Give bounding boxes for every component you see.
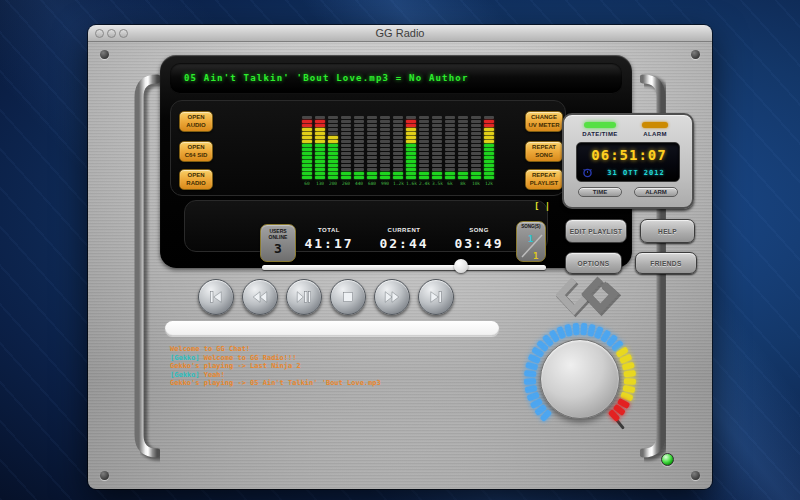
skip-back-icon xyxy=(207,288,225,306)
vu-meter-bar xyxy=(406,115,416,179)
svg-text:1: 1 xyxy=(528,234,533,244)
vu-meter-bar xyxy=(393,115,403,179)
vu-meter-bar xyxy=(328,115,338,179)
seek-slider-track[interactable] xyxy=(262,265,546,270)
rewind-button[interactable] xyxy=(242,279,278,315)
vu-meter-bar xyxy=(380,115,390,179)
repeat-song-button[interactable]: REPEAT SONG xyxy=(525,141,563,162)
screw-icon xyxy=(100,471,109,480)
chat-message: Welcome to GG Chat! xyxy=(170,345,250,353)
help-button[interactable]: HELP xyxy=(640,219,695,243)
vu-meter-bar xyxy=(458,115,468,179)
chat-username: [Gekko] xyxy=(170,354,204,362)
stop-icon xyxy=(339,288,357,306)
vu-meter-frequency-label: 200 xyxy=(328,181,338,186)
open-audio-button[interactable]: OPEN AUDIO xyxy=(179,111,213,132)
vu-meter-bar xyxy=(354,115,364,179)
seek-slider-thumb[interactable] xyxy=(454,259,468,273)
transport-controls xyxy=(198,279,454,315)
chat-message: Gekko's playing -> Last Ninja 2 xyxy=(170,362,301,370)
skip-next-button[interactable] xyxy=(418,279,454,315)
fast-forward-button[interactable] xyxy=(374,279,410,315)
vu-meter-frequency-label: 440 xyxy=(354,181,364,186)
edit-playlist-button[interactable]: EDIT PLAYLIST xyxy=(565,219,627,243)
options-button[interactable]: OPTIONS xyxy=(565,252,622,274)
volume-scale-segment xyxy=(524,370,537,377)
open-radio-button[interactable]: OPEN RADIO xyxy=(179,169,213,190)
clock-time-value: 06:51:07 xyxy=(577,147,681,163)
power-led-icon xyxy=(661,453,674,466)
vu-meter-bar xyxy=(484,115,494,179)
chat-input[interactable] xyxy=(165,321,499,336)
vu-meter-bar xyxy=(302,115,312,179)
stop-button[interactable] xyxy=(330,279,366,315)
fast-forward-icon xyxy=(383,288,401,306)
main-display-panel: 05 Ain't Talkin' 'Bout Love.mp3 = No Aut… xyxy=(160,55,632,268)
vu-meter-frequency-label: 990 xyxy=(380,181,390,186)
chat-message: Yeah! xyxy=(204,371,225,379)
alarm-indicator-light xyxy=(642,122,668,128)
current-time-value: 02:44 xyxy=(364,236,444,251)
vu-meter-bar xyxy=(471,115,481,179)
balance-marker: [ | xyxy=(534,201,550,211)
chat-line: Welcome to GG Chat! xyxy=(170,345,490,354)
left-rack-handle xyxy=(126,66,160,466)
total-time-value: 41:17 xyxy=(289,236,369,251)
songs-slash-icon: 1 1 xyxy=(517,230,547,262)
songs-label: SONG(S) xyxy=(517,224,545,229)
chat-message: Gekko's playing -> 05 Ain't Talkin' 'Bou… xyxy=(170,379,381,387)
window-titlebar[interactable]: GG Radio xyxy=(88,25,712,42)
friends-button[interactable]: FRIENDS xyxy=(635,252,697,274)
volume-scale-segment xyxy=(624,378,636,385)
vu-meter-frequency-label: 3.5k xyxy=(432,181,442,186)
vu-meter-bar xyxy=(315,115,325,179)
gg-logo-icon xyxy=(556,274,624,318)
vu-meter-frequency-label: 1.2k xyxy=(393,181,403,186)
volume-scale-segment xyxy=(622,362,635,371)
vu-meter-frequency-label: 12k xyxy=(484,181,494,186)
volume-knob[interactable] xyxy=(540,339,620,419)
volume-scale-segment xyxy=(623,370,636,377)
chat-line: Gekko's playing -> 05 Ain't Talkin' 'Bou… xyxy=(170,379,490,388)
datetime-indicator-light xyxy=(584,122,616,128)
chat-line: [Gekko] Yeah! xyxy=(170,371,490,380)
clock-date-value: 31 OTT 2012 xyxy=(591,169,681,177)
play-pause-button[interactable] xyxy=(286,279,322,315)
skip-next-icon xyxy=(427,288,445,306)
chat-log: Welcome to GG Chat![Gekko] Welcome to GG… xyxy=(170,345,490,388)
vu-meter-frequency-label: 680 xyxy=(367,181,377,186)
open-c64-sid-button[interactable]: OPEN C64 SID xyxy=(179,141,213,162)
volume-scale-segment xyxy=(573,323,580,335)
alarm-label: ALARM xyxy=(634,131,676,137)
rewind-icon xyxy=(251,288,269,306)
time-button[interactable]: TIME xyxy=(578,187,622,197)
change-uv-meter-button[interactable]: CHANGE UV METER xyxy=(525,111,563,132)
volume-knob-scale xyxy=(520,319,640,439)
skip-back-button[interactable] xyxy=(198,279,234,315)
play-pause-icon xyxy=(295,288,313,306)
vu-meter-frequency-label: 130 xyxy=(315,181,325,186)
song-title-display: 05 Ain't Talkin' 'Bout Love.mp3 = No Aut… xyxy=(170,63,622,94)
chat-message: Welcome to GG Radio!!! xyxy=(204,354,297,362)
chat-line: [Gekko] Welcome to GG Radio!!! xyxy=(170,354,490,363)
vu-meter-bar xyxy=(432,115,442,179)
datetime-label: DATE/TIME xyxy=(578,131,622,137)
vu-meter-frequency-label: 8k xyxy=(458,181,468,186)
song-label: SONG xyxy=(449,227,509,233)
vu-meter-frequency-label: 6k xyxy=(445,181,455,186)
clock-panel: DATE/TIME ALARM 06:51:07 31 OTT 2012 TIM… xyxy=(562,113,694,209)
vu-meter-frequency-label: 1.6k xyxy=(406,181,416,186)
vu-meter-frequency-label: 260 xyxy=(341,181,351,186)
spectrum-vu-meter xyxy=(302,115,502,181)
alarm-button[interactable]: ALARM xyxy=(634,187,678,197)
repeat-playlist-button[interactable]: REPEAT PLAYLIST xyxy=(525,169,563,190)
song-title-text: 05 Ain't Talkin' 'Bout Love.mp3 = No Aut… xyxy=(184,73,469,83)
total-label: TOTAL xyxy=(299,227,359,233)
vu-meter-bar xyxy=(367,115,377,179)
vu-meter-bar xyxy=(445,115,455,179)
vu-meter-frequency-label: 2.4k xyxy=(419,181,429,186)
screw-icon xyxy=(691,50,700,59)
chat-username: [Gekko] xyxy=(170,371,204,379)
vu-meter-bar xyxy=(419,115,429,179)
chat-line: Gekko's playing -> Last Ninja 2 xyxy=(170,362,490,371)
